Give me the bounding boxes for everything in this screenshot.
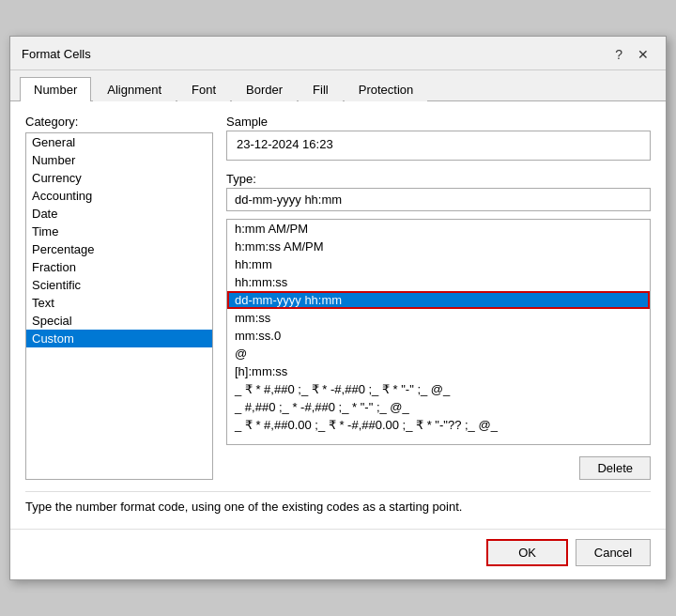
format-cells-dialog: Format Cells ? ✕ Number Alignment Font B… bbox=[9, 36, 667, 580]
format-list-container: h:mm AM/PMh:mm:ss AM/PMhh:mmhh:mm:ssdd-m… bbox=[226, 219, 651, 445]
type-section: Type: bbox=[226, 172, 651, 211]
format-item[interactable]: _ ₹ * #,##0 ;_ ₹ * -#,##0 ;_ ₹ * "-" ;_ … bbox=[227, 380, 650, 398]
format-item[interactable]: mm:ss bbox=[227, 309, 650, 327]
category-item[interactable]: Currency bbox=[26, 169, 212, 187]
category-item[interactable]: General bbox=[26, 133, 212, 151]
category-item[interactable]: Time bbox=[26, 223, 212, 240]
category-list-container: GeneralNumberCurrencyAccountingDateTimeP… bbox=[25, 132, 213, 480]
tab-content: Category: GeneralNumberCurrencyAccountin… bbox=[10, 101, 666, 529]
tab-number[interactable]: Number bbox=[20, 77, 91, 101]
category-item[interactable]: Fraction bbox=[26, 258, 212, 276]
category-list: GeneralNumberCurrencyAccountingDateTimeP… bbox=[26, 133, 212, 479]
format-list: h:mm AM/PMh:mm:ss AM/PMhh:mmhh:mm:ssdd-m… bbox=[227, 220, 650, 444]
format-item[interactable]: dd-mm-yyyy hh:mm bbox=[227, 291, 650, 309]
format-item[interactable]: [h]:mm:ss bbox=[227, 362, 650, 380]
delete-btn-row: Delete bbox=[226, 456, 651, 480]
category-item[interactable]: Scientific bbox=[26, 276, 212, 294]
tab-border[interactable]: Border bbox=[232, 77, 297, 101]
tab-font[interactable]: Font bbox=[177, 77, 230, 101]
tab-bar: Number Alignment Font Border Fill Protec… bbox=[10, 70, 666, 101]
tab-fill[interactable]: Fill bbox=[299, 77, 343, 101]
category-item[interactable]: Special bbox=[26, 312, 212, 330]
tab-alignment[interactable]: Alignment bbox=[93, 77, 176, 101]
title-bar-buttons: ? ✕ bbox=[609, 46, 654, 63]
delete-button[interactable]: Delete bbox=[579, 456, 651, 480]
format-item[interactable]: mm:ss.0 bbox=[227, 327, 650, 345]
hint-text: Type the number format code, using one o… bbox=[25, 491, 651, 514]
format-item[interactable]: hh:mm bbox=[227, 255, 650, 273]
category-item[interactable]: Percentage bbox=[26, 240, 212, 258]
tab-protection[interactable]: Protection bbox=[345, 77, 428, 101]
category-item[interactable]: Accounting bbox=[26, 187, 212, 205]
title-bar: Format Cells ? ✕ bbox=[10, 37, 666, 70]
format-item[interactable]: _ ₹ * #,##0.00 ;_ ₹ * -#,##0.00 ;_ ₹ * "… bbox=[227, 416, 650, 434]
type-input[interactable] bbox=[226, 188, 651, 211]
format-item[interactable]: _ #,##0 ;_ * -#,##0 ;_ * "-" ;_ @_ bbox=[227, 398, 650, 416]
close-button[interactable]: ✕ bbox=[632, 46, 654, 63]
format-item[interactable]: @ bbox=[227, 345, 650, 362]
dialog-title: Format Cells bbox=[22, 47, 91, 61]
help-button[interactable]: ? bbox=[609, 46, 628, 63]
category-item[interactable]: Number bbox=[26, 151, 212, 169]
format-item[interactable]: h:mm AM/PM bbox=[227, 220, 650, 238]
right-panel: Sample 23-12-2024 16:23 Type: h:mm AM/PM… bbox=[226, 115, 651, 480]
ok-button[interactable]: OK bbox=[486, 539, 568, 566]
sample-section: Sample 23-12-2024 16:23 bbox=[226, 115, 651, 164]
main-area: Category: GeneralNumberCurrencyAccountin… bbox=[25, 115, 651, 480]
format-item[interactable]: hh:mm:ss bbox=[227, 273, 650, 291]
left-panel: Category: GeneralNumberCurrencyAccountin… bbox=[25, 115, 213, 480]
sample-value: 23-12-2024 16:23 bbox=[226, 131, 651, 161]
cancel-button[interactable]: Cancel bbox=[576, 539, 651, 566]
category-item[interactable]: Text bbox=[26, 294, 212, 312]
format-item[interactable]: h:mm:ss AM/PM bbox=[227, 238, 650, 255]
category-label: Category: bbox=[25, 115, 213, 129]
type-label: Type: bbox=[226, 172, 651, 186]
category-item[interactable]: Custom bbox=[26, 330, 212, 347]
sample-label: Sample bbox=[226, 115, 651, 129]
dialog-footer: OK Cancel bbox=[10, 529, 666, 579]
category-item[interactable]: Date bbox=[26, 205, 212, 223]
